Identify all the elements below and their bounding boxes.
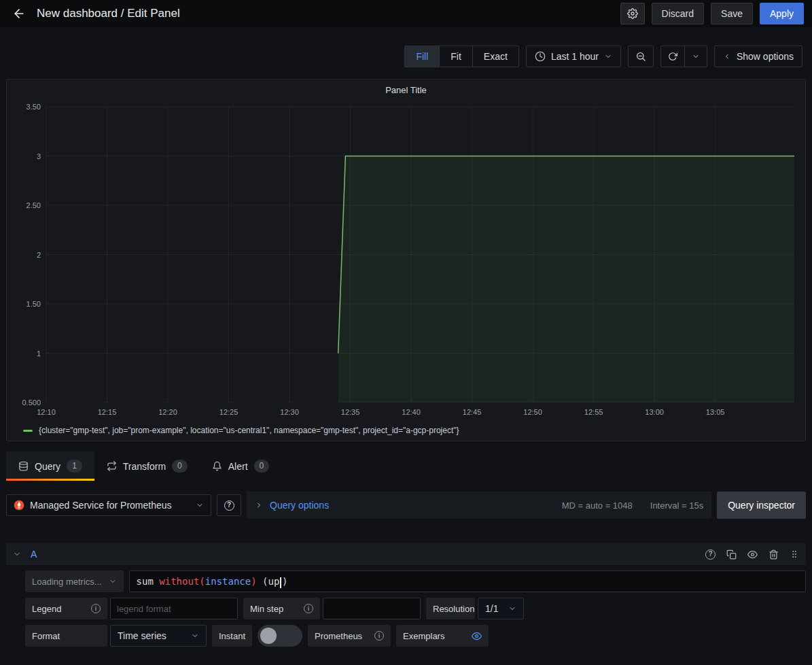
info-icon[interactable]: i [304,604,313,613]
toggle-knob [260,628,277,644]
legend-series-label: {cluster="gmp-test", job="prom-example",… [39,426,459,435]
clock-icon [535,51,546,62]
panel-toolbar: Fill Fit Exact Last 1 hour Show options [0,27,812,79]
duplicate-query-icon[interactable] [726,549,737,560]
legend-swatch [23,430,33,432]
display-mode-fill[interactable]: Fill [405,46,439,67]
chevron-down-icon [191,632,199,640]
metrics-browser-label: Loading metrics... [32,577,102,587]
save-button[interactable]: Save [711,3,753,24]
transform-icon [107,461,117,471]
back-button[interactable] [8,3,30,24]
show-options-label: Show options [737,51,794,62]
min-step-label: Min step i [243,598,320,619]
hide-query-eye-icon[interactable] [747,549,758,560]
instant-label: Instant [212,625,252,647]
resolution-label: Resolution [426,598,475,619]
svg-text:12:10: 12:10 [37,408,56,416]
format-value: Time series [118,630,166,641]
page-title: New dashboard / Edit Panel [37,7,180,20]
svg-text:1: 1 [37,349,41,358]
bell-icon [212,461,222,471]
editor-tabs: Query 1 Transform 0 Alert 0 [6,451,806,481]
tab-transform-count: 0 [172,460,188,472]
legend-format-input[interactable] [110,598,238,619]
options-row-1: Legend i Min step i Resolution 1/1 [25,598,806,619]
show-options-button[interactable]: Show options [714,46,802,67]
format-label: Format [25,625,107,647]
chevron-down-icon [604,52,612,61]
query-expression[interactable]: sum without(instance) (up) [129,570,806,592]
metrics-browser-button[interactable]: Loading metrics... [25,570,124,592]
info-icon[interactable]: i [91,604,101,613]
svg-text:12:20: 12:20 [158,408,177,416]
chevron-down-icon [692,52,700,61]
discard-button[interactable]: Discard [652,3,704,24]
datasource-picker[interactable]: Managed Service for Prometheus [6,494,211,516]
refresh-group [660,46,707,67]
svg-text:12:35: 12:35 [341,408,360,416]
format-select[interactable]: Time series [110,625,207,647]
svg-text:12:45: 12:45 [463,408,482,416]
drag-handle-icon[interactable] [790,549,799,559]
svg-text:12:55: 12:55 [584,408,603,416]
panel-title: Panel Title [7,80,805,100]
help-icon: ? [224,500,234,511]
svg-text:1.50: 1.50 [27,300,41,308]
svg-text:0.500: 0.500 [22,398,41,407]
info-icon[interactable]: i [374,631,384,641]
query-inspector-button[interactable]: Query inspector [717,492,806,519]
chevron-right-icon [255,501,263,509]
chevron-down-icon [196,501,204,509]
tab-query[interactable]: Query 1 [6,451,94,481]
tab-alert-count: 0 [254,460,270,472]
display-mode-fit[interactable]: Fit [439,46,472,67]
query-options-toggle[interactable]: Query options MD = auto = 1048 Interval … [247,492,711,519]
zoom-out-icon [635,51,646,62]
exemplars-label: Exemplars [396,625,489,647]
exemplars-eye-icon[interactable] [472,631,482,641]
zoom-out-button[interactable] [628,46,654,67]
resolution-select[interactable]: 1/1 [478,598,524,619]
svg-text:3: 3 [37,152,41,160]
svg-text:12:40: 12:40 [402,408,421,416]
refresh-button[interactable] [661,46,684,67]
svg-text:12:30: 12:30 [280,408,299,416]
datasource-help-button[interactable]: ? [217,494,241,516]
tab-alert-label: Alert [228,461,248,472]
tab-transform[interactable]: Transform 0 [94,451,200,481]
panel-preview: Panel Title 12:1012:1512:2012:2512:3012:… [6,79,806,441]
apply-button[interactable]: Apply [760,3,804,24]
svg-text:12:15: 12:15 [98,408,117,416]
display-mode-exact[interactable]: Exact [472,46,518,67]
query-row-header[interactable]: A ? [6,543,806,565]
tab-transform-label: Transform [123,461,166,472]
max-data-points-text: MD = auto = 1048 [562,500,633,511]
delete-query-trash-icon[interactable] [769,549,779,560]
refresh-interval-dropdown[interactable] [684,46,707,67]
resolution-value: 1/1 [485,603,498,614]
svg-text:12:25: 12:25 [219,408,239,416]
interval-text: Interval = 15s [650,500,703,511]
instant-toggle[interactable] [258,625,302,647]
svg-text:2: 2 [37,251,41,259]
query-ref-id: A [31,549,37,560]
chart-legend[interactable]: {cluster="gmp-test", job="prom-example",… [7,420,805,441]
chevron-left-icon [723,52,731,61]
time-series-chart[interactable]: 12:1012:1512:2012:2512:3012:3512:4012:45… [11,100,801,420]
expression-row: Loading metrics... sum without(instance)… [25,570,806,592]
panel-settings-button[interactable] [620,3,645,24]
legend-label: Legend i [25,598,107,619]
svg-text:13:05: 13:05 [706,408,725,416]
tab-query-count: 1 [67,460,82,472]
chevron-down-icon [508,604,516,613]
svg-text:12:50: 12:50 [523,408,542,416]
time-range-label: Last 1 hour [551,51,599,62]
time-range-picker[interactable]: Last 1 hour [526,46,621,67]
help-icon[interactable]: ? [705,549,716,560]
chevron-down-icon [109,577,117,585]
display-mode-group: Fill Fit Exact [404,46,518,67]
min-step-input[interactable] [323,598,421,619]
collapse-chevron-icon[interactable] [13,550,21,558]
tab-alert[interactable]: Alert 0 [200,451,281,481]
